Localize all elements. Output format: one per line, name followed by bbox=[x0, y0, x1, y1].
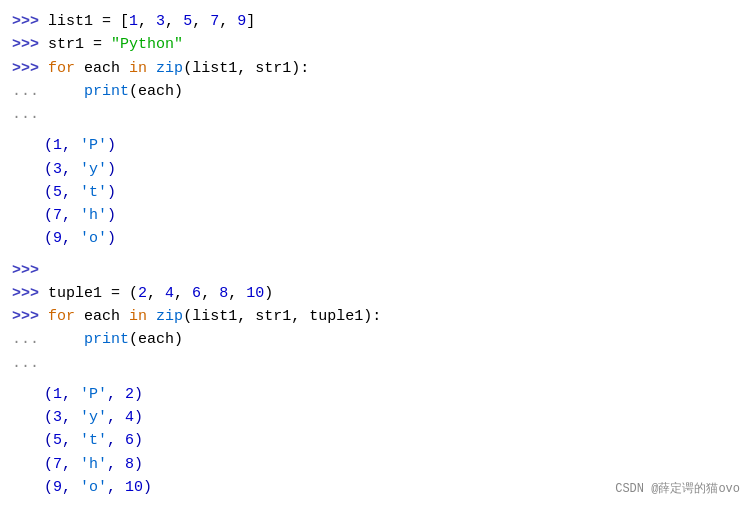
output-value: (5, 't', 6) bbox=[44, 429, 143, 452]
punc-token: , bbox=[237, 305, 255, 328]
output-line: (5, 't') bbox=[0, 181, 754, 204]
num-token: 3 bbox=[156, 10, 165, 33]
prompt: >>> bbox=[12, 33, 48, 56]
output-line: (3, 'y', 4) bbox=[0, 406, 754, 429]
punc-token: , bbox=[228, 282, 246, 305]
output-value: (7, 'h') bbox=[44, 204, 116, 227]
var-token: list1 bbox=[192, 57, 237, 80]
num-token: 1 bbox=[129, 10, 138, 33]
num-token: 4 bbox=[165, 282, 174, 305]
str-token: "Python" bbox=[111, 33, 183, 56]
punc-token: , bbox=[165, 10, 183, 33]
output-value: (3, 'y', 4) bbox=[44, 406, 143, 429]
punc-token: ) bbox=[174, 80, 183, 103]
cont-line: ... print(each) bbox=[0, 80, 754, 103]
num-token: 8 bbox=[219, 282, 228, 305]
punc-token: ( bbox=[129, 328, 138, 351]
empty-line bbox=[0, 251, 754, 259]
prompt: >>> bbox=[12, 57, 48, 80]
num-token: 10 bbox=[246, 282, 264, 305]
empty-line bbox=[0, 375, 754, 383]
num-token: 2 bbox=[138, 282, 147, 305]
num-token: 5 bbox=[183, 10, 192, 33]
punc-token: ) bbox=[174, 328, 183, 351]
punc-token: , bbox=[147, 282, 165, 305]
output-line: (9, 'o') bbox=[0, 227, 754, 250]
prompt: >>> bbox=[12, 10, 48, 33]
cont-line: ... bbox=[0, 103, 754, 126]
prompt: >>> bbox=[12, 282, 48, 305]
output-line: (5, 't', 6) bbox=[0, 429, 754, 452]
punc-token bbox=[147, 305, 156, 328]
prompt: >>> bbox=[12, 259, 48, 282]
punc-token bbox=[147, 57, 156, 80]
continuation-prompt: ... bbox=[12, 80, 48, 103]
empty-line bbox=[0, 126, 754, 134]
var-token: each bbox=[138, 80, 174, 103]
var-token: list1 bbox=[48, 10, 93, 33]
num-token: 9 bbox=[237, 10, 246, 33]
var-token: each bbox=[84, 57, 120, 80]
punc-token: , bbox=[237, 57, 255, 80]
code-area: >>> list1 = [1, 3, 5, 7, 9]>>> str1 = "P… bbox=[0, 0, 754, 509]
punc-token: ): bbox=[291, 57, 309, 80]
output-value: (1, 'P', 2) bbox=[44, 383, 143, 406]
punc-token: , bbox=[201, 282, 219, 305]
continuation-prompt: ... bbox=[12, 328, 48, 351]
punc-token: = bbox=[93, 10, 120, 33]
var-token: str1 bbox=[255, 305, 291, 328]
var-token: each bbox=[84, 305, 120, 328]
punc-token bbox=[120, 305, 129, 328]
punc-token: ] bbox=[246, 10, 255, 33]
var-token: list1 bbox=[192, 305, 237, 328]
output-value: (7, 'h', 8) bbox=[44, 453, 143, 476]
punc-token bbox=[75, 57, 84, 80]
output-value: (1, 'P') bbox=[44, 134, 116, 157]
output-line: (1, 'P') bbox=[0, 134, 754, 157]
code-line: >>> for each in zip(list1, str1, tuple1)… bbox=[0, 305, 754, 328]
var-token: str1 bbox=[255, 57, 291, 80]
punc-token: ( bbox=[129, 80, 138, 103]
output-line: (7, 'h', 8) bbox=[0, 453, 754, 476]
punc-token: = bbox=[84, 33, 111, 56]
cont-line: ... bbox=[0, 352, 754, 375]
punc-token: ( bbox=[183, 57, 192, 80]
cont-line: ... print(each) bbox=[0, 328, 754, 351]
num-token: 6 bbox=[192, 282, 201, 305]
code-line: >>> bbox=[0, 259, 754, 282]
punc-token: ) bbox=[264, 282, 273, 305]
fn-token: print bbox=[84, 328, 129, 351]
punc-token: ( bbox=[183, 305, 192, 328]
punc-token: [ bbox=[120, 10, 129, 33]
output-value: (9, 'o') bbox=[44, 227, 116, 250]
punc-token bbox=[120, 57, 129, 80]
fn-token: zip bbox=[156, 57, 183, 80]
punc-token: ): bbox=[363, 305, 381, 328]
punc-token: , bbox=[138, 10, 156, 33]
output-line: (1, 'P', 2) bbox=[0, 383, 754, 406]
code-line: >>> str1 = "Python" bbox=[0, 33, 754, 56]
code-line: >>> for each in zip(list1, str1): bbox=[0, 57, 754, 80]
kw-token: in bbox=[129, 57, 147, 80]
punc-token: , bbox=[192, 10, 210, 33]
punc-token bbox=[75, 305, 84, 328]
output-value: (3, 'y') bbox=[44, 158, 116, 181]
code-line: >>> tuple1 = (2, 4, 6, 8, 10) bbox=[0, 282, 754, 305]
var-token: tuple1 bbox=[48, 282, 102, 305]
prompt: >>> bbox=[12, 305, 48, 328]
kw-token: for bbox=[48, 57, 75, 80]
kw-token: in bbox=[129, 305, 147, 328]
output-value: (9, 'o', 10) bbox=[44, 476, 152, 499]
punc-token: , bbox=[219, 10, 237, 33]
watermark: CSDN @薛定谔的猫ovo bbox=[615, 480, 740, 499]
punc-token: , bbox=[291, 305, 309, 328]
var-token: str1 bbox=[48, 33, 84, 56]
punc-token bbox=[48, 328, 84, 351]
continuation-prompt: ... bbox=[12, 103, 48, 126]
punc-token bbox=[48, 80, 84, 103]
kw-token: for bbox=[48, 305, 75, 328]
output-line: (7, 'h') bbox=[0, 204, 754, 227]
fn-token: zip bbox=[156, 305, 183, 328]
var-token: tuple1 bbox=[309, 305, 363, 328]
code-line: >>> list1 = [1, 3, 5, 7, 9] bbox=[0, 10, 754, 33]
